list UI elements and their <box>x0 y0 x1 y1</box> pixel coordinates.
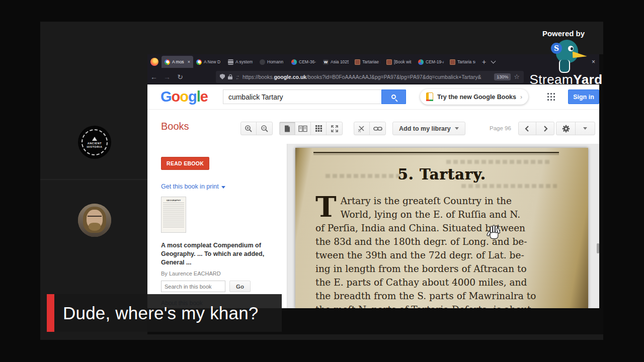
fullscreen-button[interactable] <box>327 122 342 135</box>
avatar-host-photo <box>78 204 111 237</box>
drop-cap: T <box>315 195 337 218</box>
archive-favicon <box>228 59 233 65</box>
browser-window: A mos × A New D A system Homann CEM-36- … <box>147 54 599 308</box>
bookmark-star-icon[interactable]: ☆ <box>514 73 520 80</box>
book-title[interactable]: A most compleat Compendium of Geography.… <box>161 241 267 267</box>
participant-divider <box>40 179 147 180</box>
previous-page-button[interactable] <box>519 122 536 135</box>
duck-pupil <box>571 47 573 50</box>
lock-icon[interactable] <box>228 74 232 79</box>
search-button[interactable] <box>381 89 406 104</box>
clip-link-group <box>354 122 386 135</box>
firefox-icon[interactable] <box>150 58 158 66</box>
two-page-view-button[interactable] <box>295 122 311 135</box>
photo-beard <box>89 223 101 231</box>
try-new-label: Try the new Google Books <box>437 94 516 101</box>
zoom-level-badge[interactable]: 130% <box>494 73 511 80</box>
address-bar[interactable]: →← https://books.google.co.uk/books?id=B… <box>216 71 524 83</box>
tab-label: CEM-19-A <box>426 59 444 64</box>
close-tab-icon[interactable]: × <box>188 59 190 64</box>
search-in-book-input[interactable] <box>161 281 225 292</box>
book-page-scan[interactable]: 5. Tartary. T Artary is the greateſt Cou… <box>295 148 588 308</box>
tab-tartaria-se[interactable]: Tartaria se <box>447 56 478 68</box>
chevron-right-icon: › <box>520 94 522 101</box>
new-tab-button[interactable]: + <box>478 58 490 66</box>
add-to-library-button[interactable]: Add to my library <box>392 122 465 135</box>
get-book-in-print-link[interactable]: Get this book in print <box>161 183 225 190</box>
page-rule <box>313 154 559 155</box>
google-favicon <box>196 59 202 65</box>
thumb-text-lines <box>163 203 184 229</box>
settings-group <box>556 122 595 135</box>
tab-asia-1025[interactable]: W Asia 1025 <box>320 56 352 68</box>
caret-down-icon <box>583 127 587 130</box>
zoom-group <box>240 122 273 135</box>
tracking-shield-icon[interactable] <box>220 74 225 79</box>
book-cover-thumbnail[interactable]: GEOGRAPHY <box>161 197 186 233</box>
avatar-ancient-historia: ANCIENT HISTORIA <box>78 126 111 159</box>
list-tabs-icon[interactable] <box>491 59 496 64</box>
sign-in-button[interactable]: Sign in <box>568 89 599 104</box>
tab-tartariae[interactable]: Tartariae S <box>352 56 383 68</box>
page-number-label: Page 96 <box>490 125 511 131</box>
next-page-button[interactable] <box>536 122 554 135</box>
single-page-view-button[interactable] <box>280 122 295 135</box>
tab-cem-36[interactable]: CEM-36- <box>288 56 320 68</box>
map-favicon <box>450 59 455 65</box>
url-text: https://books.google.co.uk/books?id=B0Fo… <box>243 74 491 80</box>
zoom-in-button[interactable] <box>241 122 257 135</box>
back-button[interactable]: ← <box>147 73 160 81</box>
read-ebook-button[interactable]: READ EBOOK <box>161 157 209 170</box>
book-page-viewer[interactable]: 5. Tartary. T Artary is the greateſt Cou… <box>287 144 599 308</box>
s-badge-icon: S <box>551 43 562 54</box>
tab-label: A system <box>235 59 253 64</box>
chapter-heading: 5. Tartary. <box>295 166 588 183</box>
tab-label: Homann <box>267 59 283 64</box>
link-icon[interactable] <box>370 122 385 135</box>
google-apps-icon[interactable] <box>547 93 555 101</box>
caption-box: Dude, where's my khan? <box>54 294 282 332</box>
caption-overlay: Dude, where's my khan? <box>47 294 282 332</box>
book-author: By Laurence EACHARD <box>161 270 221 277</box>
tab-cem-19[interactable]: CEM-19-A <box>415 56 447 68</box>
duck-neck <box>559 60 570 73</box>
get-print-label: Get this book in print <box>161 183 219 190</box>
caption-text: Dude, where's my khan? <box>63 303 259 323</box>
tab-a-new-d[interactable]: A New D <box>193 56 225 68</box>
tab-label: Tartaria se <box>457 59 475 64</box>
google-logo[interactable]: Google <box>160 88 208 105</box>
map-favicon <box>386 59 392 65</box>
go-button[interactable]: Go <box>229 281 251 292</box>
reload-button[interactable]: ↻ <box>174 73 187 81</box>
color-favicon <box>291 59 297 65</box>
tab-book-with[interactable]: [Book wit <box>383 56 415 68</box>
settings-caret-button[interactable] <box>576 122 595 135</box>
search-input[interactable] <box>223 89 381 104</box>
tab-label: Asia 1025 <box>331 59 349 64</box>
wikipedia-favicon: W <box>323 59 329 65</box>
color-favicon <box>418 59 424 65</box>
forward-button[interactable]: → <box>160 73 174 81</box>
map-favicon <box>355 59 360 65</box>
streamyard-duck-logo: S <box>551 40 584 75</box>
caption-accent-bar <box>47 294 54 332</box>
tab-label: CEM-36- <box>299 59 316 64</box>
thumb-title: GEOGRAPHY <box>163 199 184 202</box>
settings-gear-icon[interactable] <box>556 122 576 135</box>
zoom-out-button[interactable] <box>257 122 272 135</box>
streamyard-wordmark: StreamYard <box>523 72 609 87</box>
tab-a-most[interactable]: A mos × <box>162 56 193 68</box>
books-brand[interactable]: Books <box>161 121 189 132</box>
try-new-google-books-button[interactable]: Try the new Google Books › <box>420 89 528 105</box>
book-info-sidebar: READ EBOOK Get this book in print GEOGRA… <box>147 144 287 308</box>
viewer-scrollbar[interactable] <box>597 243 599 253</box>
book-icon <box>426 93 433 101</box>
thumbnail-view-button[interactable] <box>311 122 327 135</box>
sync-arrows-icon[interactable]: →← <box>235 74 239 79</box>
caret-down-icon <box>221 186 225 189</box>
tab-a-system[interactable]: A system <box>225 56 257 68</box>
ancient-historia-logo: ANCIENT HISTORIA <box>82 129 108 155</box>
books-toolbar: Books <box>147 110 599 144</box>
clip-icon[interactable] <box>354 122 370 135</box>
tab-homann[interactable]: Homann <box>257 56 288 68</box>
